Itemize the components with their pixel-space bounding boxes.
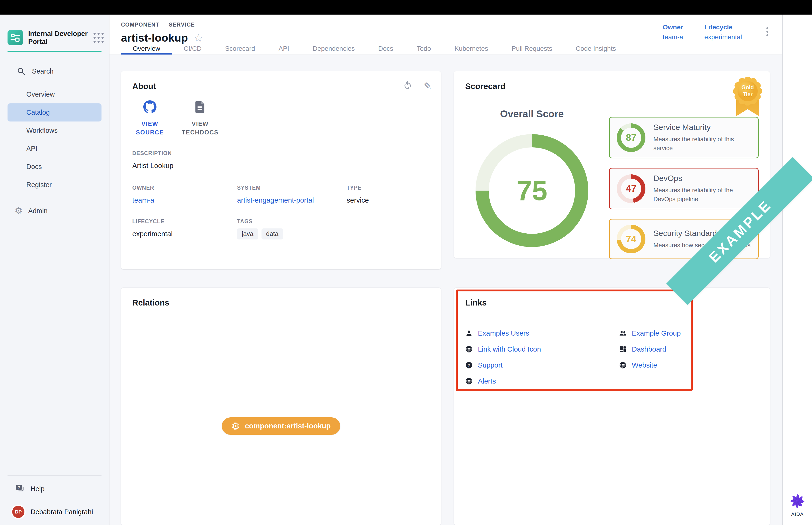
sidebar-item-overview[interactable]: Overview [7, 85, 102, 103]
tab-pull-requests[interactable]: Pull Requests [500, 44, 564, 55]
app-title: Internal Developer Portal [28, 30, 93, 46]
metric-service-maturity[interactable]: 87 Service Maturity Measures the reliabi… [609, 117, 759, 159]
links-title: Links [465, 298, 759, 308]
help-chat-icon: ? [16, 484, 25, 493]
tab-code-insights[interactable]: Code Insights [564, 44, 628, 55]
sidebar-item-admin[interactable]: ⚙ Admin [15, 206, 109, 216]
about-card: About ✎ VIEWSOURCE [121, 71, 441, 269]
favorite-star-icon[interactable]: ☆ [194, 32, 203, 43]
lifecycle-field-label: LIFECYCLE [132, 218, 237, 225]
person-icon [465, 329, 473, 337]
metric-donut: 87 [617, 123, 645, 152]
gear-icon: ⚙ [15, 206, 22, 216]
tags-field-label: TAGS [237, 218, 347, 225]
sidebar-item-catalog[interactable]: Catalog [7, 103, 102, 121]
link-support[interactable]: ? Support [465, 360, 619, 370]
overall-score-value: 75 [476, 134, 588, 247]
user-menu[interactable]: DP Debabrata Panigrahi [12, 506, 109, 518]
relations-chip-label: component:artist-lookup [245, 422, 331, 430]
chip-icon [231, 422, 240, 431]
people-icon [619, 329, 627, 337]
more-options-icon[interactable] [763, 25, 771, 39]
aida-flower-icon [790, 494, 805, 509]
tag-chip[interactable]: java [237, 228, 258, 239]
relations-entity-chip[interactable]: component:artist-lookup [222, 417, 340, 435]
document-icon [194, 100, 206, 114]
system-field-label: SYSTEM [237, 185, 347, 191]
page-title: artist-lookup [121, 31, 188, 44]
circuit-logo-icon [10, 32, 20, 43]
tab-scorecard[interactable]: Scorecard [213, 44, 267, 55]
sidebar-accent-divider [7, 51, 102, 52]
app-logo [7, 30, 23, 45]
type-field-value: service [347, 196, 430, 204]
view-source-link[interactable]: VIEWSOURCE [132, 100, 168, 137]
links-card: Links Examples Users [454, 288, 770, 525]
entity-tabs: Overview CI/CD Scorecard API Dependencie… [109, 44, 782, 55]
metric-devops[interactable]: 47 DevOps Measures the reliability of th… [609, 168, 759, 209]
tab-api[interactable]: API [267, 44, 301, 55]
globe-icon [619, 361, 627, 369]
link-example-group[interactable]: Example Group [619, 328, 681, 339]
top-black-bar [0, 0, 812, 15]
tab-kubernetes[interactable]: Kubernetes [443, 44, 500, 55]
breadcrumb: COMPONENT — SERVICE [121, 21, 203, 28]
relations-card: Relations co [121, 288, 441, 525]
owner-field-value[interactable]: team-a [132, 196, 237, 204]
help-icon: ? [465, 361, 473, 369]
tag-chip[interactable]: data [261, 228, 284, 239]
owner-label: Owner [663, 24, 683, 31]
aida-widget[interactable]: AIDA [783, 494, 812, 517]
link-dashboard[interactable]: Dashboard [619, 344, 681, 355]
gold-tier-badge: GoldTier [733, 77, 762, 119]
aida-label: AIDA [791, 511, 803, 517]
about-title: About [132, 81, 430, 91]
overall-score-label: Overall Score [500, 108, 564, 120]
link-examples-users[interactable]: Examples Users [465, 328, 619, 339]
type-field-label: TYPE [347, 185, 430, 191]
lifecycle-field-value: experimental [132, 230, 237, 238]
owner-value[interactable]: team-a [663, 33, 683, 41]
sidebar: Internal Developer Portal Search Overvie… [0, 15, 109, 525]
globe-icon [465, 377, 473, 385]
right-edge-panel: AIDA [782, 15, 812, 525]
tab-docs[interactable]: Docs [367, 44, 405, 55]
github-icon [143, 100, 156, 114]
sidebar-item-docs[interactable]: Docs [7, 158, 102, 176]
search-label: Search [32, 68, 53, 75]
globe-icon [465, 345, 473, 353]
sidebar-item-workflows[interactable]: Workflows [7, 121, 102, 139]
sidebar-item-register[interactable]: Register [7, 176, 102, 194]
lifecycle-value: experimental [704, 33, 742, 41]
tab-overview[interactable]: Overview [121, 44, 172, 55]
refresh-icon[interactable] [403, 80, 412, 91]
edit-pencil-icon[interactable]: ✎ [424, 81, 432, 91]
svg-text:?: ? [18, 485, 20, 490]
help-button[interactable]: ? Help [16, 482, 109, 496]
dashboard-icon [619, 345, 627, 353]
tab-todo[interactable]: Todo [405, 44, 443, 55]
svg-text:?: ? [468, 363, 470, 368]
apps-grid-icon[interactable] [93, 33, 104, 43]
description-value: Artist Lookup [132, 162, 430, 170]
tab-cicd[interactable]: CI/CD [172, 44, 213, 55]
description-label: DESCRIPTION [132, 150, 430, 156]
link-website[interactable]: Website [619, 360, 681, 370]
sidebar-search[interactable]: Search [17, 65, 109, 77]
system-field-value[interactable]: artist-engagement-portal [237, 196, 347, 204]
sidebar-nav: Overview Catalog Workflows API Docs Regi… [0, 85, 109, 194]
relations-title: Relations [132, 298, 430, 308]
tab-dependencies[interactable]: Dependencies [301, 44, 367, 55]
scorecard-card: Scorecard [454, 71, 770, 258]
entity-header: COMPONENT — SERVICE artist-lookup ☆ Owne… [109, 15, 782, 44]
link-alerts[interactable]: Alerts [465, 376, 619, 386]
owner-field-label: OWNER [132, 185, 237, 191]
sidebar-item-api[interactable]: API [7, 139, 102, 158]
view-techdocs-link[interactable]: VIEWTECHDOCS [183, 100, 218, 137]
metric-donut: 74 [617, 225, 645, 253]
overall-score-donut: 75 [476, 134, 588, 247]
scorecard-title: Scorecard [465, 81, 759, 91]
user-name: Debabrata Panigrahi [31, 508, 93, 516]
lifecycle-label: Lifecycle [704, 24, 742, 31]
link-cloud[interactable]: Link with Cloud Icon [465, 344, 619, 355]
